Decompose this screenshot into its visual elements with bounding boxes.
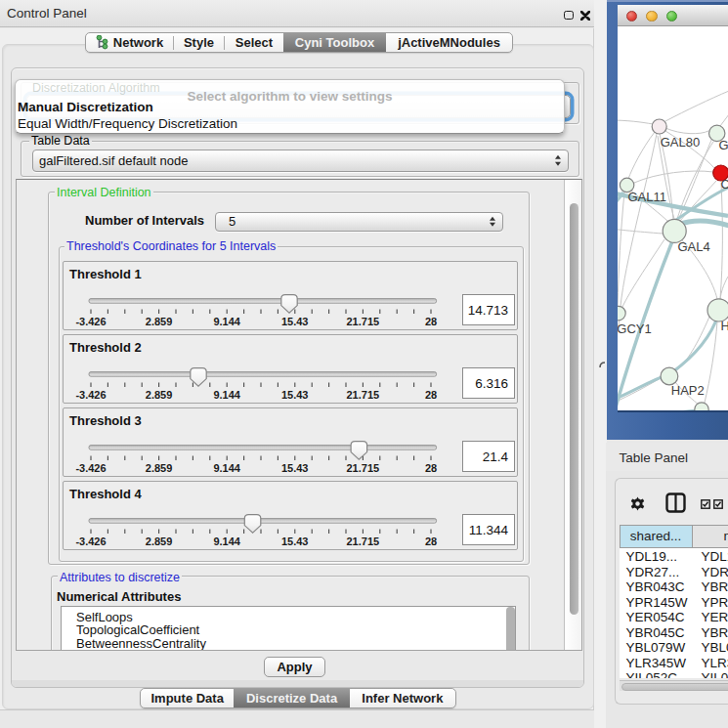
- svg-text:2.859: 2.859: [146, 316, 173, 327]
- svg-text:28: 28: [425, 316, 437, 327]
- svg-text:2.859: 2.859: [146, 535, 173, 547]
- svg-text:GAL11: GAL11: [627, 190, 666, 204]
- svg-text:21.715: 21.715: [346, 389, 379, 401]
- svg-text:9.144: 9.144: [213, 389, 240, 401]
- svg-text:28: 28: [425, 389, 437, 401]
- svg-text:9.144: 9.144: [213, 316, 240, 327]
- svg-text:28: 28: [425, 462, 437, 474]
- svg-text:15.43: 15.43: [281, 462, 309, 474]
- svg-text:H: H: [721, 319, 728, 333]
- svg-text:28: 28: [425, 535, 437, 547]
- svg-text:-3.426: -3.426: [75, 535, 106, 547]
- svg-text:GAL80: GAL80: [661, 135, 700, 150]
- svg-text:GAL4: GAL4: [678, 239, 710, 254]
- svg-text:9.144: 9.144: [213, 535, 240, 547]
- svg-text:GCY1: GCY1: [618, 321, 652, 336]
- svg-text:2.859: 2.859: [146, 462, 173, 474]
- svg-text:-3.426: -3.426: [75, 389, 106, 401]
- svg-text:21.715: 21.715: [346, 316, 379, 327]
- svg-text:21.715: 21.715: [346, 535, 379, 547]
- svg-text:15.43: 15.43: [281, 535, 309, 547]
- svg-text:21.715: 21.715: [346, 462, 379, 474]
- svg-text:HAP2: HAP2: [671, 383, 705, 398]
- svg-text:2.859: 2.859: [146, 389, 173, 401]
- svg-text:GAL: GAL: [719, 138, 728, 152]
- svg-text:CD: CD: [721, 177, 728, 192]
- svg-text:9.144: 9.144: [213, 462, 240, 474]
- svg-text:-3.426: -3.426: [75, 462, 106, 474]
- svg-text:15.43: 15.43: [281, 389, 309, 401]
- svg-text:15.43: 15.43: [281, 316, 309, 327]
- svg-text:-3.426: -3.426: [75, 316, 106, 327]
